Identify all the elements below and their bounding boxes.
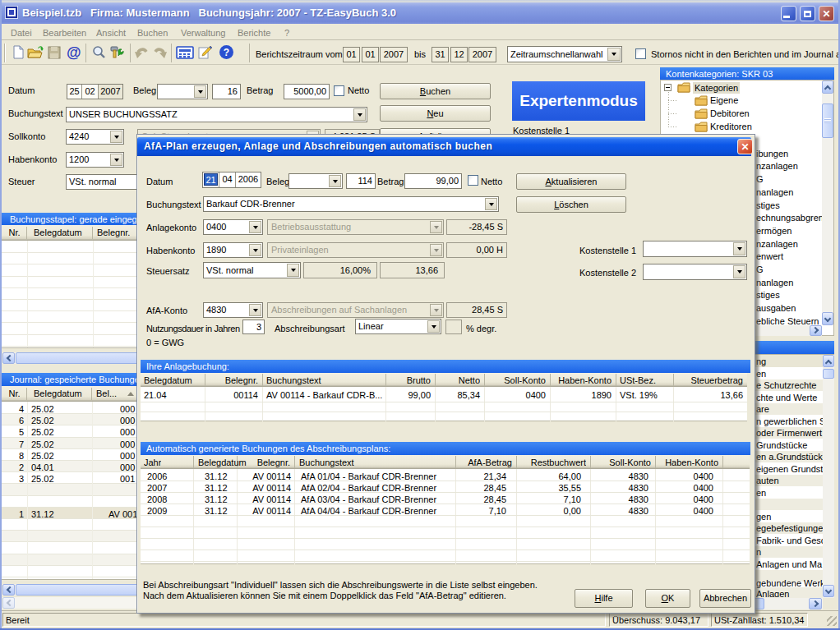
svg-text:?: ?: [224, 47, 229, 58]
